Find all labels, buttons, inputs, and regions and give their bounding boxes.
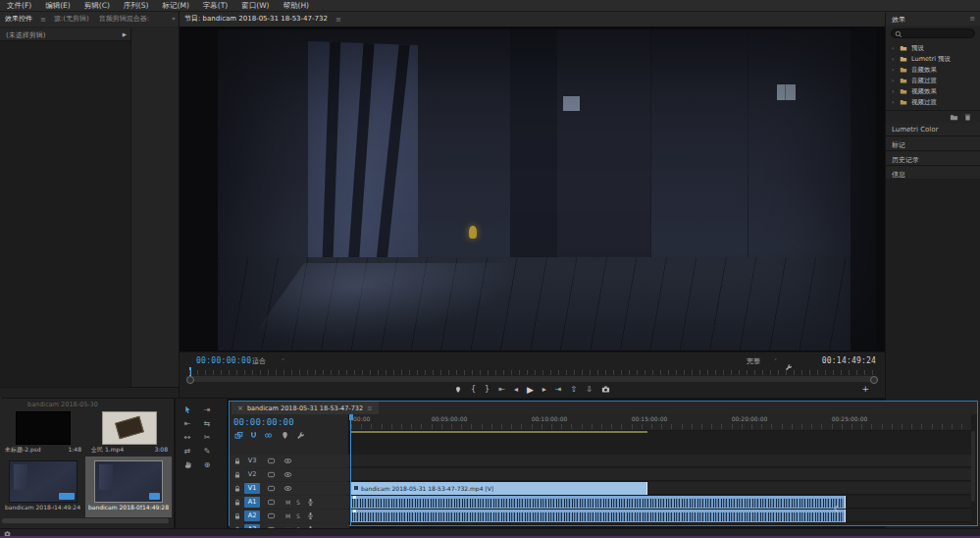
panel-menu-icon[interactable]: ≡ xyxy=(969,15,975,23)
step-forward-button[interactable]: ▸ xyxy=(542,382,546,398)
pen-tool[interactable]: ✎ xyxy=(200,446,214,457)
program-current-timecode[interactable]: 00:00:00:00 xyxy=(196,356,251,365)
expand-arrow-icon[interactable]: ▶ xyxy=(123,31,127,37)
tab-program-monitor[interactable]: 节目: bandicam 2018-05-31 18-53-47-732 xyxy=(180,12,333,27)
mark-in-button[interactable]: { xyxy=(471,382,476,398)
lift-button[interactable]: ⇧ xyxy=(571,382,578,398)
panel-menu-icon[interactable]: ≡ xyxy=(333,16,344,24)
effects-search-input[interactable] xyxy=(905,29,972,37)
slip-tool[interactable]: ⇄ xyxy=(181,446,194,457)
extract-button[interactable]: ⇩ xyxy=(586,382,593,398)
panel-header-lumetri-color[interactable]: Lumetri Color xyxy=(886,123,980,136)
effects-search-box[interactable] xyxy=(891,28,975,38)
project-thumbnail[interactable] xyxy=(94,460,163,503)
panel-menu-icon[interactable]: ≡ xyxy=(37,16,49,24)
source-patch-icon[interactable] xyxy=(266,457,277,465)
button-editor-plus[interactable]: + xyxy=(861,384,869,394)
project-item-bandicam-2-selected[interactable]: bandicam 2018-05...14:49:28 xyxy=(85,457,172,517)
effects-folder-audio-transitions[interactable]: › 音频过渡 xyxy=(886,76,980,85)
chevron-right-icon[interactable]: › xyxy=(892,77,894,83)
track-select-forward-tool[interactable]: ⇥ xyxy=(200,404,214,416)
hand-tool[interactable] xyxy=(181,459,194,471)
eye-icon[interactable] xyxy=(284,484,292,493)
mute-button[interactable]: M xyxy=(285,499,290,506)
lane-v2[interactable] xyxy=(349,468,971,481)
new-custom-bin-icon[interactable] xyxy=(950,113,958,122)
track-target-v2[interactable]: V2 xyxy=(244,469,260,480)
tab-effect-controls[interactable]: 效果控件 xyxy=(0,12,37,27)
audio-clip-a2[interactable] xyxy=(351,510,846,522)
export-frame-button[interactable] xyxy=(601,382,610,398)
go-to-out-button[interactable]: ⇥ xyxy=(555,382,562,398)
rolling-edit-tool[interactable]: ⇆ xyxy=(200,418,214,430)
effects-folder-audio-effects[interactable]: › 音频效果 xyxy=(886,65,980,75)
timeline-current-timecode[interactable]: 00:00:00:00 xyxy=(233,417,294,427)
menu-sequence[interactable]: 序列(S) xyxy=(117,0,156,12)
effects-folder-video-effects[interactable]: › 视频效果 xyxy=(886,86,980,96)
track-target-v3[interactable]: V3 xyxy=(244,456,260,466)
effects-folder-lumetri-presets[interactable]: › Lumetri 预设 xyxy=(886,54,980,64)
lock-icon[interactable] xyxy=(233,471,241,479)
tab-sequence[interactable]: × bandicam 2018-05-31 18-53-47-732 ≡ xyxy=(232,402,379,414)
project-thumbnail[interactable] xyxy=(102,411,157,445)
lane-a2[interactable] xyxy=(349,510,971,522)
track-target-a1[interactable]: A1 xyxy=(244,497,260,508)
source-patch-icon[interactable] xyxy=(266,484,277,493)
lock-icon[interactable] xyxy=(233,499,241,507)
add-marker-icon[interactable] xyxy=(281,431,289,440)
panel-header-markers[interactable]: 标记 xyxy=(886,137,980,151)
source-patch-icon[interactable] xyxy=(266,470,277,479)
chevron-right-icon[interactable]: › xyxy=(892,44,894,51)
timeline-playhead[interactable] xyxy=(350,414,351,525)
selection-tool[interactable] xyxy=(181,404,194,416)
chevron-right-icon[interactable]: › xyxy=(892,66,894,73)
tab-overflow-icon[interactable]: » xyxy=(172,15,176,23)
mic-icon[interactable] xyxy=(306,498,315,507)
menu-file[interactable]: 文件(F) xyxy=(0,0,38,12)
audio-clip-a1[interactable] xyxy=(351,496,846,509)
source-patch-icon[interactable] xyxy=(266,498,277,507)
delete-icon[interactable] xyxy=(963,113,972,122)
timeline-vertical-scrollbar[interactable] xyxy=(971,431,975,502)
lane-a1[interactable] xyxy=(349,496,971,509)
chevron-right-icon[interactable]: › xyxy=(892,87,894,94)
linked-selection-icon[interactable] xyxy=(264,431,273,440)
nest-sequence-icon[interactable] xyxy=(234,431,243,440)
timeline-lanes[interactable]: :00:00 00:05:00:00 00:10:00:00 00:15:00:… xyxy=(349,414,971,525)
video-clip-v1[interactable]: bandicam 2018-05-31 18-53-47-732.mp4 [V] xyxy=(351,482,647,495)
eye-icon[interactable] xyxy=(284,470,292,479)
lock-icon[interactable] xyxy=(233,457,241,465)
track-target-v1[interactable]: V1 xyxy=(244,483,260,494)
panel-header-history[interactable]: 历史记录 xyxy=(886,152,980,166)
eye-icon[interactable] xyxy=(284,457,292,465)
zoom-level-select[interactable]: 适合˅ xyxy=(252,356,284,366)
menu-title[interactable]: 字幕(T) xyxy=(196,0,234,12)
lock-icon[interactable] xyxy=(233,485,241,493)
lane-a3[interactable] xyxy=(349,523,971,525)
timeline-ruler[interactable]: :00:00 00:05:00:00 00:10:00:00 00:15:00:… xyxy=(349,414,971,431)
project-horizontal-scrollbar[interactable] xyxy=(2,518,169,523)
rate-stretch-tool[interactable]: ↔ xyxy=(181,432,194,444)
go-to-in-button[interactable]: ⇤ xyxy=(498,382,505,398)
playhead-cap[interactable] xyxy=(349,414,353,420)
timeline-settings-wrench-icon[interactable] xyxy=(296,431,305,440)
solo-button[interactable]: S xyxy=(296,512,300,519)
razor-tool[interactable]: ✂ xyxy=(200,432,214,444)
project-thumbnail[interactable] xyxy=(9,460,77,503)
close-icon[interactable]: × xyxy=(237,404,243,412)
project-item-psd[interactable]: 未标题-2.psd1:48 xyxy=(2,409,84,457)
tab-source-monitor[interactable]: 源:(无剪辑) xyxy=(49,12,94,27)
ripple-edit-tool[interactable]: ⇤ xyxy=(181,418,194,430)
chevron-right-icon[interactable]: › xyxy=(892,55,894,62)
menu-edit[interactable]: 编辑(E) xyxy=(38,0,77,12)
source-patch-icon[interactable] xyxy=(266,511,277,520)
chevron-right-icon[interactable]: › xyxy=(892,98,894,105)
mark-out-button[interactable]: } xyxy=(485,382,490,398)
menu-window[interactable]: 窗口(W) xyxy=(234,0,276,12)
play-button[interactable]: ▶ xyxy=(527,382,534,398)
step-back-button[interactable]: ◂ xyxy=(514,382,518,398)
snap-magnet-icon[interactable] xyxy=(249,431,258,440)
mic-icon[interactable] xyxy=(306,511,315,520)
tab-audio-clip-mixer[interactable]: 音频剪辑混合器: xyxy=(94,12,154,27)
program-scrubber[interactable] xyxy=(180,367,885,382)
